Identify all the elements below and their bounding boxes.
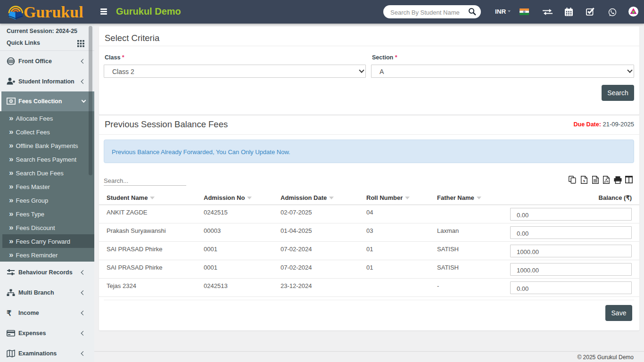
svg-text:x: x — [583, 178, 586, 183]
